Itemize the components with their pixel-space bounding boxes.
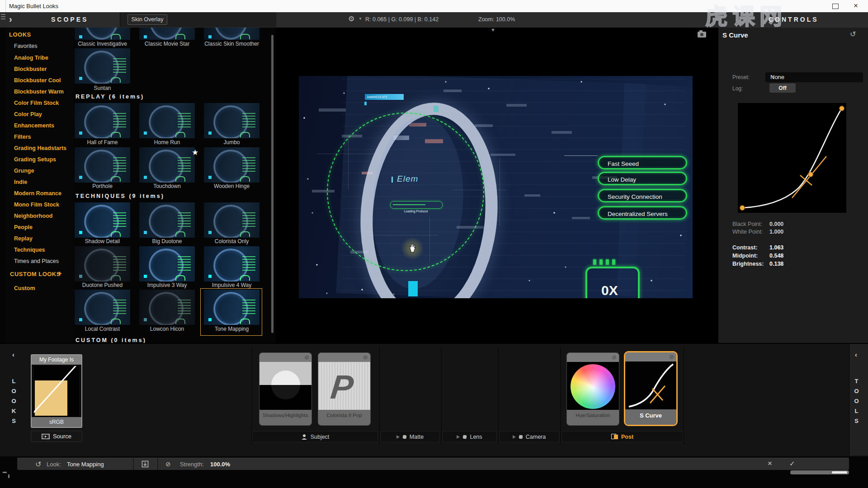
look-thumb-colorista-only[interactable]: [204, 202, 259, 238]
sidebar-item-filters[interactable]: Filters: [14, 134, 31, 140]
sidebar-item-favorites[interactable]: Favorites: [14, 43, 37, 49]
look-thumb-jumbo[interactable]: [204, 103, 259, 138]
bypass-icon[interactable]: ⊘: [304, 354, 309, 361]
close-icon[interactable]: ×: [854, 1, 858, 10]
tool-title: S Curve: [722, 31, 748, 39]
tab-camera[interactable]: Camera: [499, 431, 559, 442]
confirm-icon[interactable]: ✓: [789, 460, 795, 468]
log-toggle[interactable]: Off: [769, 84, 796, 93]
contrast-value[interactable]: 1.063: [769, 244, 783, 251]
bypass-icon[interactable]: ⊘: [669, 353, 674, 360]
sidebar-item-replay[interactable]: Replay: [14, 235, 33, 242]
skin-overlay-button[interactable]: Skin Overlay: [127, 14, 167, 25]
s-curve-graph[interactable]: [738, 103, 846, 213]
sidebar-item-color-film-stock[interactable]: Color Film Stock: [14, 100, 59, 106]
bypass-icon[interactable]: ⊘: [363, 354, 368, 361]
sidebar-item-grunge[interactable]: Grunge: [14, 168, 34, 174]
preset-dropdown[interactable]: None ▼: [765, 72, 863, 82]
look-label: Classic Investigative: [75, 41, 130, 47]
look-thumb-lowcon-hicon[interactable]: [139, 290, 195, 325]
maximize-icon[interactable]: [832, 4, 839, 9]
bottom-scrollbar[interactable]: [790, 470, 849, 474]
add-custom-look-icon[interactable]: +: [58, 269, 62, 277]
tool-card-s-curve-selected[interactable]: ⊘ S Curve: [624, 351, 678, 426]
sidebar-item-indie[interactable]: Indie: [14, 179, 27, 185]
tool-card-label: Colorista II Pop: [318, 410, 370, 425]
sidebar-item-analog-tribe[interactable]: Analog Tribe: [14, 55, 48, 61]
looks-vertical-label: LOOKS: [10, 378, 17, 427]
tool-card-label: S Curve: [625, 409, 676, 425]
reset-look-icon[interactable]: ↺: [35, 460, 41, 469]
tab-label: Lens: [470, 434, 482, 440]
look-thumb-duotone-pushed[interactable]: [75, 246, 130, 282]
look-thumb-hall-of-fame[interactable]: [75, 103, 130, 138]
collapse-tools-icon[interactable]: ‹: [855, 351, 857, 358]
source-button[interactable]: Source: [31, 431, 82, 442]
browser-scrollbar[interactable]: [271, 35, 274, 333]
gear-dropdown-icon[interactable]: ▼: [359, 17, 362, 21]
look-thumb-local-contrast[interactable]: [75, 290, 130, 325]
snapshot-camera-icon[interactable]: [698, 32, 706, 38]
expand-panel-icon[interactable]: ›: [9, 15, 12, 23]
tab-subject[interactable]: Subject: [252, 431, 378, 442]
look-label: Suntan: [75, 85, 130, 91]
look-thumb-suntan[interactable]: [75, 48, 130, 84]
tab-lens[interactable]: Lens: [442, 431, 497, 442]
bypass-icon[interactable]: ⊘: [612, 354, 617, 361]
look-thumb-classic-investigative[interactable]: [75, 28, 130, 40]
sidebar-item-grading-setups[interactable]: Grading Setups: [14, 156, 56, 163]
controls-button[interactable]: CONTROLS: [769, 16, 819, 23]
look-thumb-impulsive-3-way[interactable]: [139, 246, 195, 282]
sidebar-item-enhancements[interactable]: Enhancements: [14, 122, 54, 129]
color-wheel-art: [567, 362, 619, 411]
sidebar-item-modern-romance[interactable]: Modern Romance: [14, 190, 61, 197]
brightness-value[interactable]: 0.138: [769, 261, 783, 267]
tab-matte[interactable]: Matte: [380, 431, 440, 442]
favorite-star-icon[interactable]: ★: [192, 148, 198, 157]
section-seam: [251, 347, 252, 444]
look-label: Lowcon Hicon: [139, 326, 195, 332]
gear-icon[interactable]: ⚙: [348, 14, 354, 23]
sidebar-item-mono-film-stock[interactable]: Mono Film Stock: [14, 202, 59, 208]
sidebar-item-blockbuster[interactable]: Blockbuster: [14, 66, 47, 72]
look-thumb-touchdown[interactable]: [139, 147, 195, 183]
look-label: Hall of Fame: [75, 139, 130, 145]
look-thumb-home-run[interactable]: [139, 103, 195, 138]
reset-icon[interactable]: ↺: [850, 30, 856, 38]
sidebar-item-times-and-places[interactable]: Times and Places: [14, 258, 59, 264]
cancel-icon[interactable]: ×: [768, 459, 772, 468]
sidebar-item-people[interactable]: People: [14, 224, 33, 230]
look-thumb-shadow-detail[interactable]: [75, 202, 130, 238]
tab-label: Camera: [526, 434, 546, 440]
tool-card-hue-saturation[interactable]: ⊘ Hue/Saturation: [566, 352, 619, 426]
scopes-button[interactable]: SCOPES: [51, 16, 88, 23]
collapse-looks-icon[interactable]: ‹: [12, 351, 14, 358]
look-thumb-wooden-hinge[interactable]: [204, 147, 259, 183]
collapse-scopes-icon[interactable]: ▼: [491, 27, 495, 33]
sidebar-item-grading-headstarts[interactable]: Grading Headstarts: [14, 145, 66, 151]
export-look-icon[interactable]: [142, 460, 149, 468]
sidebar-item-custom[interactable]: Custom: [14, 285, 35, 291]
tab-label: Post: [621, 434, 633, 440]
look-thumb-classic-skin-smoother[interactable]: [204, 28, 259, 40]
look-thumb-impulsive-4-way[interactable]: [204, 246, 259, 282]
tool-card-label: Hue/Saturation: [567, 410, 619, 425]
strength-value[interactable]: 100.0%: [210, 461, 230, 468]
contrast-label: Contrast:: [732, 244, 758, 251]
footage-card[interactable]: My Footage Is sRGB: [31, 354, 82, 428]
look-thumb-porthole[interactable]: [75, 147, 130, 183]
tab-post-active[interactable]: Post: [561, 431, 683, 442]
sidebar-item-techniques[interactable]: Techniques: [14, 247, 45, 253]
look-thumb-big-duotone[interactable]: [139, 202, 195, 238]
tool-card-colorista-pop[interactable]: ⊘ P Colorista II Pop: [318, 352, 371, 426]
black-point-value: 0.000: [769, 221, 783, 227]
sidebar-item-color-play[interactable]: Color Play: [14, 111, 42, 117]
sidebar-item-blockbuster-warm[interactable]: Blockbuster Warm: [14, 89, 64, 95]
look-thumb-classic-movie-star[interactable]: [139, 28, 195, 40]
sidebar-item-blockbuster-cool[interactable]: Blockbuster Cool: [14, 77, 61, 84]
section-header-custom: CUSTOM (0 items): [75, 337, 146, 343]
bypass-look-icon[interactable]: ⊘: [165, 460, 171, 468]
sidebar-item-neighborhood[interactable]: Neighborhood: [14, 213, 52, 219]
midpoint-value[interactable]: 0.548: [769, 253, 783, 259]
tool-card-shadows-highlights[interactable]: ⊘ Shadows/Highlights: [259, 352, 312, 426]
